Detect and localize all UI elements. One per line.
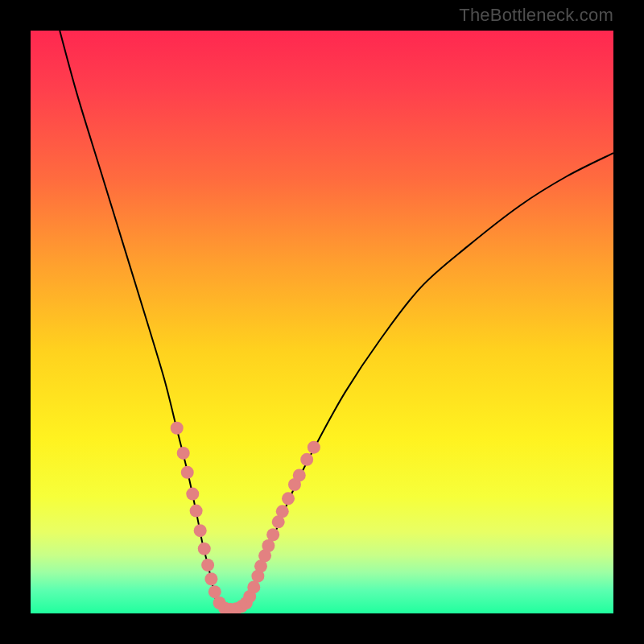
data-dot [190, 505, 203, 518]
data-dot [262, 539, 275, 552]
data-dot [194, 524, 207, 537]
data-dot [247, 580, 260, 593]
curve-layer [31, 31, 613, 613]
data-dot [266, 528, 279, 541]
data-dot [201, 559, 214, 572]
data-dot [208, 585, 221, 598]
data-dots [171, 422, 320, 613]
plot-area [31, 31, 613, 613]
chart-stage: TheBottleneck.com [0, 0, 644, 644]
data-dot [204, 572, 217, 585]
data-dot [177, 447, 190, 460]
data-dot [308, 441, 320, 454]
data-dot [293, 469, 306, 481]
watermark-text: TheBottleneck.com [459, 5, 613, 26]
data-dot [171, 422, 184, 435]
data-dot [282, 492, 295, 505]
data-dot [186, 488, 199, 501]
data-dot [276, 505, 289, 518]
data-dot [181, 466, 194, 479]
data-dot [300, 453, 313, 466]
bottleneck-curve [60, 31, 613, 609]
data-dot [198, 543, 211, 555]
